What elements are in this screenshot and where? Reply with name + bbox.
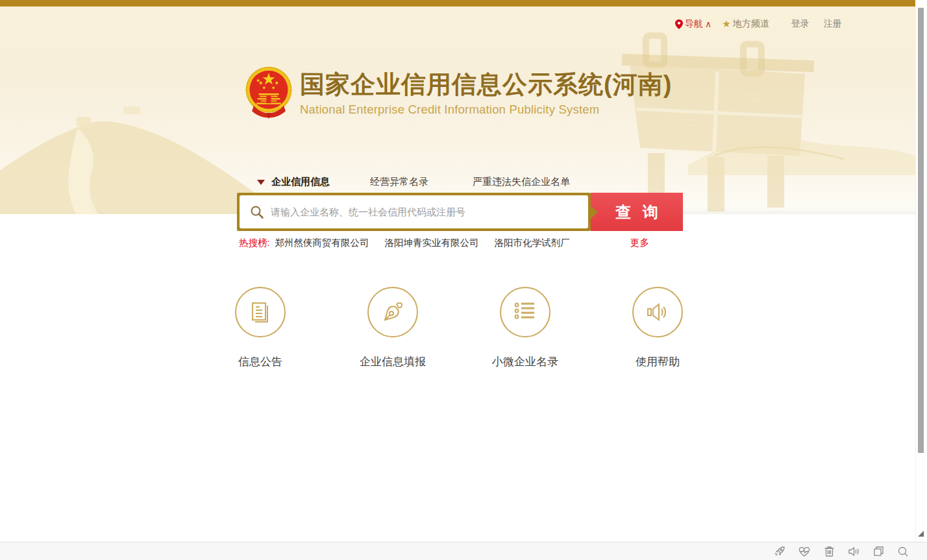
feature-enterprise-filing[interactable]: 企业信息填报	[327, 287, 459, 369]
query-button-label: 查询	[604, 202, 670, 223]
local-channel-label: 地方频道	[733, 18, 769, 30]
top-navigation: 导航 ∧ ★ 地方频道 登录 注册	[675, 17, 842, 31]
speaker-icon[interactable]	[841, 544, 866, 559]
feature-label: 企业信息填报	[360, 354, 426, 369]
feature-label: 使用帮助	[636, 354, 680, 369]
register-link[interactable]: 注册	[824, 18, 842, 30]
local-channel-link[interactable]: ★ 地方频道	[711, 18, 769, 30]
brand-text: 国家企业信用信息公示系统(河南) National Enterprise Cre…	[300, 66, 672, 121]
pen-nib-icon	[380, 299, 406, 325]
magnifier-icon	[250, 205, 264, 219]
feature-info-announcement[interactable]: 信息公告	[194, 287, 327, 369]
feature-label: 信息公告	[238, 354, 282, 369]
login-link[interactable]: 登录	[791, 18, 810, 30]
feature-circle	[235, 287, 286, 337]
feature-circle	[367, 287, 418, 337]
vertical-scrollbar-track[interactable]	[915, 6, 927, 542]
zoom-search-icon[interactable]	[891, 544, 915, 559]
nav-label: 导航	[685, 18, 703, 30]
bulleted-list-icon	[512, 300, 538, 324]
brand-header: 国家企业信用信息公示系统(河南) National Enterprise Cre…	[245, 66, 672, 121]
search-input[interactable]	[271, 199, 588, 225]
query-button[interactable]: 查询	[591, 193, 683, 231]
resize-grip-icon	[918, 531, 924, 537]
hero-banner: 导航 ∧ ★ 地方频道 登录 注册	[0, 6, 915, 214]
location-pin-icon	[675, 19, 683, 29]
feature-label: 小微企业名录	[492, 354, 558, 369]
heart-pulse-icon[interactable]	[792, 544, 817, 559]
active-tab-caret-icon	[257, 180, 265, 185]
feature-help[interactable]: 使用帮助	[591, 287, 724, 369]
hot-search-row: 热搜榜: 郑州然侠商贸有限公司 洛阳坤青实业有限公司 洛阳市化学试剂厂 更多	[239, 237, 649, 249]
tab-serious-violation-list[interactable]: 严重违法失信企业名单	[473, 176, 570, 188]
page-root: 导航 ∧ ★ 地方频道 登录 注册	[0, 0, 927, 560]
top-gold-strip	[0, 0, 915, 6]
feature-circle	[632, 287, 683, 337]
tab-enterprise-credit-info[interactable]: 企业信用信息	[271, 176, 330, 188]
restore-window-icon[interactable]	[866, 544, 891, 559]
trash-icon[interactable]	[817, 544, 841, 559]
megaphone-icon	[645, 300, 671, 324]
mountain-ridge-art	[688, 104, 915, 175]
button-arrow-notch	[590, 205, 598, 219]
search-field	[240, 195, 588, 228]
nav-collapse-chevron-icon: ∧	[705, 19, 711, 29]
hot-search-item[interactable]: 洛阳市化学试剂厂	[495, 237, 570, 249]
feature-small-micro-directory[interactable]: 小微企业名录	[459, 287, 591, 369]
national-emblem-logo	[245, 66, 292, 121]
hot-search-label: 热搜榜:	[239, 237, 270, 249]
site-title: 国家企业信用信息公示系统(河南)	[300, 70, 672, 99]
site-subtitle: National Enterprise Credit Information P…	[300, 103, 672, 117]
great-wall-background-art	[0, 78, 266, 214]
feature-circle	[500, 287, 550, 337]
hot-search-item[interactable]: 郑州然侠商贸有限公司	[275, 237, 369, 249]
tab-abnormal-operations-list[interactable]: 经营异常名录	[370, 176, 428, 188]
search-tabs: 企业信用信息 经营异常名录 严重违法失信企业名单	[257, 176, 570, 188]
search-field-frame	[237, 193, 591, 231]
rocket-icon[interactable]	[767, 544, 792, 559]
bottom-status-bar	[0, 542, 927, 560]
hot-search-more-link[interactable]: 更多	[630, 237, 649, 249]
star-icon: ★	[722, 18, 730, 30]
vertical-scrollbar-thumb[interactable]	[918, 8, 924, 453]
feature-shortcuts: 信息公告 企业信息填报	[194, 287, 724, 369]
hot-search-item[interactable]: 洛阳坤青实业有限公司	[385, 237, 479, 249]
nav-toggle[interactable]: 导航 ∧	[675, 18, 711, 30]
search-bar: 查询	[237, 193, 683, 231]
documents-icon	[248, 300, 273, 324]
